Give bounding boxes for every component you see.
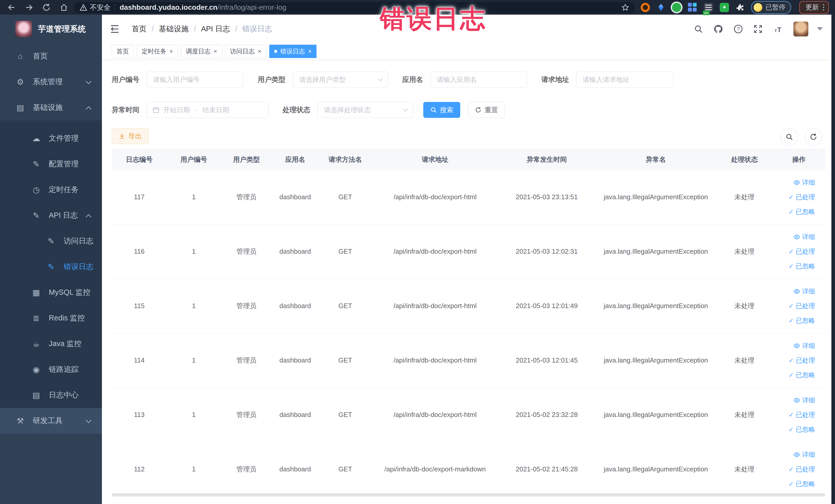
sidebar-item-scheduled-tasks[interactable]: ◷ 定时任务 bbox=[0, 177, 102, 203]
sidebar-item-redis-monitor[interactable]: ≣ Redis 监控 bbox=[0, 305, 102, 331]
tab-access-log[interactable]: 访问日志× bbox=[225, 45, 266, 58]
check-icon: ✓ bbox=[789, 480, 794, 488]
bookmark-star-icon[interactable] bbox=[621, 3, 629, 12]
close-icon[interactable]: × bbox=[169, 48, 173, 55]
request-url-input[interactable] bbox=[582, 76, 667, 84]
sidebar-toggle-icon[interactable] bbox=[109, 24, 120, 34]
refresh-table-button[interactable] bbox=[805, 128, 822, 146]
user-avatar[interactable] bbox=[793, 22, 808, 37]
table-toolbar-buttons bbox=[780, 128, 822, 146]
mark-processed-link[interactable]: ✓已处理 bbox=[789, 356, 815, 365]
user-id-input[interactable] bbox=[152, 76, 238, 84]
mark-ignored-link[interactable]: ✓已忽略 bbox=[789, 262, 815, 270]
mark-processed-link[interactable]: ✓已处理 bbox=[789, 410, 815, 419]
export-button[interactable]: 导出 bbox=[111, 128, 149, 144]
tab-scheduled-tasks[interactable]: 定时任务× bbox=[137, 45, 178, 58]
breadcrumb-home[interactable]: 首页 bbox=[132, 24, 147, 34]
home-browser-icon[interactable] bbox=[60, 3, 68, 12]
reload-icon[interactable] bbox=[42, 3, 51, 12]
extension-lines-icon[interactable]: on bbox=[704, 3, 713, 12]
process-status-select[interactable] bbox=[318, 102, 413, 118]
close-icon[interactable]: × bbox=[308, 48, 312, 55]
user-type-select[interactable] bbox=[292, 72, 388, 87]
mark-ignored-link[interactable]: ✓已忽略 bbox=[789, 371, 815, 379]
status-badge: 未处理 bbox=[716, 301, 773, 310]
sidebar-item-error-log[interactable]: ✎ 错误日志 bbox=[0, 254, 102, 280]
extensions-puzzle-icon[interactable] bbox=[736, 3, 745, 12]
security-label[interactable]: 不安全 bbox=[90, 3, 110, 12]
close-icon[interactable]: × bbox=[213, 48, 217, 55]
tab-home[interactable]: 首页 bbox=[111, 45, 134, 58]
sidebar-item-config-management[interactable]: ✎ 配置管理 bbox=[0, 151, 102, 177]
request-url-field[interactable] bbox=[576, 72, 673, 87]
detail-link[interactable]: 详细 bbox=[793, 396, 815, 404]
user-id-field[interactable] bbox=[147, 72, 244, 87]
detail-link[interactable]: 详细 bbox=[793, 450, 815, 459]
sidebar-item-dev-tools[interactable]: ⚒ 研发工具 bbox=[0, 408, 102, 434]
tab-error-log[interactable]: 错误日志× bbox=[269, 45, 317, 58]
close-icon[interactable]: × bbox=[258, 48, 261, 55]
end-date-placeholder[interactable]: 结束日期 bbox=[203, 105, 229, 115]
sidebar-item-java-monitor[interactable]: ☕ Java 监控 bbox=[0, 331, 102, 357]
user-type-input[interactable] bbox=[299, 76, 379, 84]
fullscreen-icon[interactable] bbox=[753, 24, 762, 34]
sidebar-item-file-management[interactable]: ☁ 文件管理 bbox=[0, 125, 102, 151]
address-bar[interactable]: 不安全 dashboard.yudao.iocoder.cn/infra/log… bbox=[74, 2, 635, 13]
browser-menu-icon[interactable] bbox=[823, 4, 824, 11]
sidebar-item-access-log[interactable]: ✎ 访问日志 bbox=[0, 228, 102, 254]
detail-link[interactable]: 详细 bbox=[793, 341, 815, 350]
detail-link[interactable]: 详细 bbox=[793, 178, 815, 187]
sidebar-item-trace[interactable]: ◉ 链路追踪 bbox=[0, 357, 102, 382]
app-name-input[interactable] bbox=[436, 76, 521, 84]
table-row: 113 1 管理员 dashboard GET /api/infra/db-do… bbox=[111, 388, 825, 442]
tab-schedule-log[interactable]: 调度日志× bbox=[181, 45, 222, 58]
mark-ignored-link[interactable]: ✓已忽略 bbox=[789, 207, 815, 216]
mark-processed-link[interactable]: ✓已处理 bbox=[789, 465, 815, 473]
forward-icon[interactable] bbox=[25, 3, 33, 12]
start-date-placeholder[interactable]: 开始日期 bbox=[163, 105, 190, 115]
search-icon[interactable] bbox=[694, 24, 703, 34]
extension-grid-icon[interactable] bbox=[688, 3, 697, 12]
chrome-update-button[interactable]: 更新 bbox=[799, 1, 829, 14]
avatar-dropdown-caret[interactable] bbox=[817, 27, 823, 31]
mark-processed-link[interactable]: ✓已处理 bbox=[789, 302, 815, 310]
mark-ignored-link[interactable]: ✓已忽略 bbox=[789, 316, 815, 325]
mark-processed-link[interactable]: ✓已处理 bbox=[789, 247, 815, 256]
profile-paused-pill[interactable]: 已暂停 bbox=[751, 1, 791, 14]
detail-link[interactable]: 详细 bbox=[793, 233, 815, 241]
check-icon: ✓ bbox=[789, 194, 794, 201]
help-icon[interactable]: ? bbox=[733, 24, 743, 34]
eye-icon bbox=[793, 451, 800, 458]
extension-orange-icon[interactable] bbox=[641, 3, 650, 12]
active-dot bbox=[274, 50, 277, 53]
process-status-input[interactable] bbox=[323, 106, 404, 114]
sidebar-item-infrastructure[interactable]: ▤ 基础设施 bbox=[0, 95, 102, 120]
back-icon[interactable] bbox=[7, 3, 16, 12]
sidebar-item-home[interactable]: ⌂ 首页 bbox=[0, 43, 102, 69]
github-icon[interactable] bbox=[713, 24, 723, 34]
search-button[interactable]: 搜索 bbox=[423, 102, 460, 118]
window-edge-scrollbar[interactable] bbox=[831, 0, 835, 504]
toggle-search-button[interactable] bbox=[780, 128, 798, 146]
page-url[interactable]: dashboard.yudao.iocoder.cn/infra/log/api… bbox=[120, 3, 286, 12]
sidebar-item-log-center[interactable]: ▤ 日志中心 bbox=[0, 382, 102, 408]
breadcrumb-infrastructure[interactable]: 基础设施 bbox=[159, 24, 189, 34]
detail-link[interactable]: 详细 bbox=[793, 287, 815, 296]
exception-time-range-picker[interactable]: 开始日期 - 结束日期 bbox=[147, 102, 268, 118]
breadcrumb-api-log[interactable]: API 日志 bbox=[201, 24, 230, 34]
extension-sparkle-icon[interactable]: ✦ bbox=[720, 3, 729, 12]
font-size-icon[interactable]: TT bbox=[773, 24, 783, 34]
app-name-field[interactable] bbox=[430, 72, 527, 87]
horizontal-scrollbar[interactable] bbox=[111, 493, 825, 496]
app-logo-row[interactable]: 芋道管理系统 bbox=[0, 15, 102, 43]
mark-ignored-link[interactable]: ✓已忽略 bbox=[789, 425, 815, 434]
svg-text:T: T bbox=[774, 28, 777, 33]
extension-blue-drop-icon[interactable] bbox=[657, 3, 665, 12]
sidebar-item-api-log[interactable]: ✎ API 日志 bbox=[0, 203, 102, 228]
sidebar-item-mysql-monitor[interactable]: ▦ MySQL 监控 bbox=[0, 280, 102, 305]
sidebar-item-system-management[interactable]: ⚙ 系统管理 bbox=[0, 69, 102, 95]
mark-processed-link[interactable]: ✓已处理 bbox=[789, 193, 815, 201]
extension-green-circle-icon[interactable] bbox=[672, 3, 681, 12]
mark-ignored-link[interactable]: ✓已忽略 bbox=[789, 480, 815, 488]
reset-button[interactable]: 重置 bbox=[468, 102, 505, 118]
